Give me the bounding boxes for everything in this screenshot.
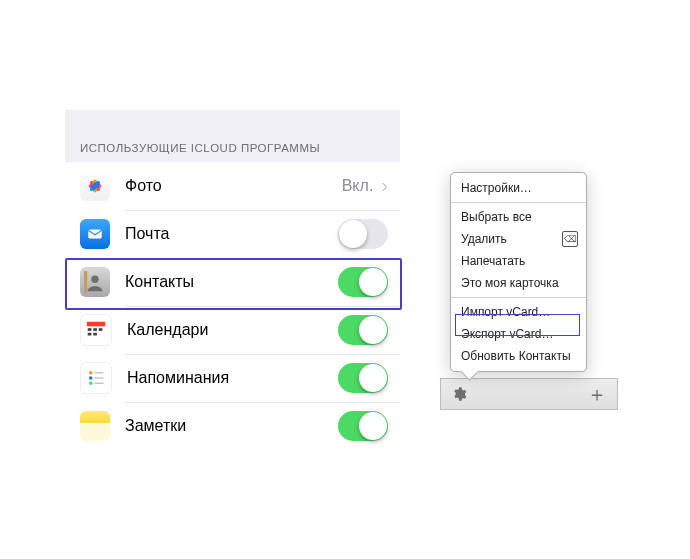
row-value: Вкл. xyxy=(342,177,374,195)
svg-rect-12 xyxy=(88,328,92,331)
toolbar: ＋ xyxy=(440,378,618,410)
menu-separator xyxy=(451,202,586,203)
plus-icon[interactable]: ＋ xyxy=(587,384,607,404)
toggle-mail[interactable] xyxy=(338,219,388,249)
svg-rect-15 xyxy=(88,333,92,336)
menu-import-vcard[interactable]: Импорт vCard… xyxy=(451,301,586,323)
action-menu: Настройки… Выбрать все Удалить ⌫ Напечат… xyxy=(450,172,587,372)
svg-rect-21 xyxy=(95,377,104,379)
row-photos[interactable]: Фото Вкл. › xyxy=(65,162,400,210)
stage: ИСПОЛЬЗУЮЩИЕ ICLOUD ПРОГРАММЫ xyxy=(0,0,690,559)
row-reminders[interactable]: Напоминания xyxy=(65,354,400,402)
row-calendar[interactable]: Календари xyxy=(65,306,400,354)
svg-point-19 xyxy=(89,382,92,385)
row-label: Календари xyxy=(127,321,338,339)
toggle-reminders[interactable] xyxy=(338,363,388,393)
row-label: Фото xyxy=(125,177,342,195)
svg-rect-11 xyxy=(87,322,105,327)
toggle-contacts[interactable] xyxy=(338,267,388,297)
menu-export-vcard[interactable]: Экспорт vCard… xyxy=(451,323,586,345)
row-contacts[interactable]: Контакты xyxy=(65,258,400,306)
menu-select-all[interactable]: Выбрать все xyxy=(451,206,586,228)
row-mail[interactable]: Почта xyxy=(65,210,400,258)
menu-refresh-contacts[interactable]: Обновить Контакты xyxy=(451,345,586,367)
svg-rect-8 xyxy=(88,230,102,239)
svg-rect-10 xyxy=(84,271,87,293)
svg-point-18 xyxy=(89,376,92,379)
row-notes[interactable]: Заметки xyxy=(65,402,400,450)
contacts-icon xyxy=(80,267,110,297)
menu-settings[interactable]: Настройки… xyxy=(451,177,586,199)
calendar-icon xyxy=(80,314,112,346)
menu-delete[interactable]: Удалить ⌫ xyxy=(451,228,586,250)
svg-rect-22 xyxy=(95,383,104,385)
row-label: Заметки xyxy=(125,417,338,435)
svg-rect-16 xyxy=(93,333,97,336)
photos-icon xyxy=(80,171,110,201)
menu-separator xyxy=(451,297,586,298)
svg-rect-14 xyxy=(99,328,103,331)
backspace-icon: ⌫ xyxy=(562,231,578,247)
gear-icon[interactable] xyxy=(451,386,467,402)
svg-point-17 xyxy=(89,371,92,374)
svg-rect-13 xyxy=(93,328,97,331)
row-label: Напоминания xyxy=(127,369,338,387)
svg-rect-20 xyxy=(95,372,104,374)
chevron-right-icon: › xyxy=(381,175,388,195)
menu-delete-label: Удалить xyxy=(461,232,507,246)
section-header: ИСПОЛЬЗУЮЩИЕ ICLOUD ПРОГРАММЫ xyxy=(65,110,400,162)
toggle-notes[interactable] xyxy=(338,411,388,441)
mail-icon xyxy=(80,219,110,249)
row-tail: Вкл. › xyxy=(342,177,400,195)
row-label: Почта xyxy=(125,225,338,243)
reminders-icon xyxy=(80,362,112,394)
notes-icon xyxy=(80,411,110,441)
menu-print[interactable]: Напечатать xyxy=(451,250,586,272)
toggle-calendar[interactable] xyxy=(338,315,388,345)
dropdown-panel: Настройки… Выбрать все Удалить ⌫ Напечат… xyxy=(440,172,618,410)
menu-mycard[interactable]: Это моя карточка xyxy=(451,272,586,294)
svg-point-9 xyxy=(91,276,98,283)
icloud-settings-panel: ИСПОЛЬЗУЮЩИЕ ICLOUD ПРОГРАММЫ xyxy=(65,110,400,450)
settings-list: Фото Вкл. › Почта xyxy=(65,162,400,450)
row-label: Контакты xyxy=(125,273,338,291)
